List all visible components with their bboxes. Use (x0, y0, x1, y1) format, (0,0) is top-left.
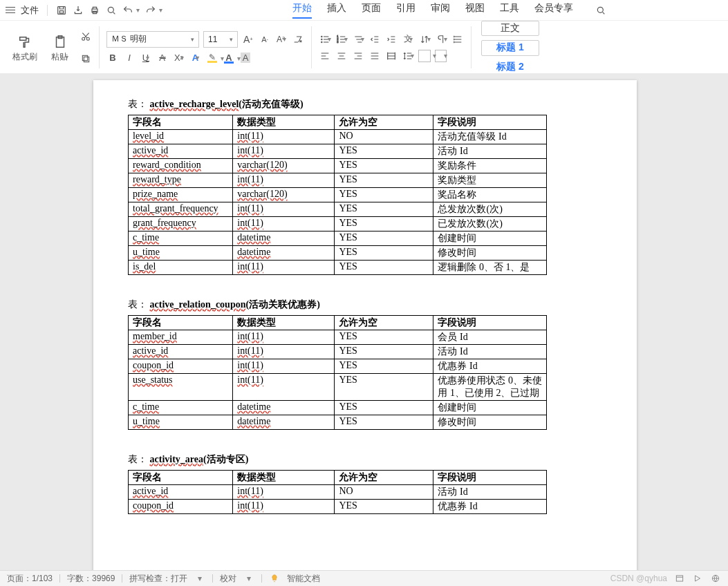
style-heading1[interactable]: 标题 1 (481, 40, 539, 55)
bulb-icon (269, 573, 280, 584)
align-left-icon[interactable] (319, 50, 331, 62)
asian-layout-icon[interactable]: 文▾ (402, 33, 414, 46)
table-row: reward_typeint(11)YES奖励类型 (129, 173, 547, 188)
table-cell: int(11) (233, 144, 335, 159)
undo-icon[interactable] (122, 5, 133, 16)
tab-vip[interactable]: 会员专享 (534, 2, 573, 19)
table-header: 允许为空 (335, 471, 433, 485)
text-effects-icon[interactable]: A▾ (189, 52, 202, 64)
web-icon[interactable] (710, 573, 721, 584)
underline-icon[interactable]: U▾ (140, 52, 152, 64)
table-cell: coupon_id (129, 500, 233, 514)
layout-icon[interactable] (674, 573, 685, 584)
tab-tools[interactable]: 工具 (500, 2, 519, 19)
tab-home[interactable]: 开始 (292, 2, 312, 19)
table-cell: total_grant_frequency (129, 202, 233, 217)
change-case-icon[interactable]: Aᵃ▾ (275, 33, 288, 46)
borders-icon[interactable]: ▾ (435, 50, 447, 62)
table-cell: use_status (129, 374, 233, 401)
cut-icon[interactable] (80, 30, 92, 43)
svg-point-13 (321, 39, 321, 39)
table-header: 允许为空 (335, 115, 433, 130)
table-cell: int(11) (233, 374, 335, 401)
format-painter-button[interactable]: 格式刷 (10, 32, 40, 63)
font-color-icon[interactable]: A▾ (223, 52, 235, 64)
view-icon[interactable] (692, 573, 703, 584)
svg-point-5 (597, 7, 603, 12)
shrink-font-icon[interactable]: A- (259, 33, 271, 46)
paste-button[interactable]: 粘贴▾ (48, 32, 71, 63)
sort-icon[interactable]: ▾ (418, 33, 431, 46)
tab-view[interactable]: 视图 (465, 2, 485, 19)
font-size-select[interactable]: 11▾ (203, 31, 238, 48)
show-marks-icon[interactable]: ▾ (435, 33, 447, 46)
char-shading-icon[interactable]: A (239, 52, 252, 64)
table-header: 允许为空 (335, 316, 433, 330)
status-spell[interactable]: 拼写检查：打开 (129, 573, 187, 585)
table-row: level_idint(11)NO活动充值等级 Id (129, 130, 547, 144)
style-heading2[interactable]: 标题 2 (482, 60, 539, 74)
bold-icon[interactable]: B (106, 52, 119, 64)
align-right-icon[interactable] (352, 50, 364, 62)
table-cell: 优惠券使用状态 0、未使用 1、已使用 2、已过期 (433, 374, 547, 401)
status-words[interactable]: 字数：39969 (67, 573, 115, 585)
shading-icon[interactable]: ▾ (418, 50, 431, 62)
line-spacing-icon[interactable]: ▾ (402, 50, 414, 62)
table-cell: 创建时间 (433, 231, 547, 246)
clear-format-icon[interactable] (292, 33, 304, 46)
file-menu[interactable]: 文件 (21, 4, 39, 17)
table-cell: int(11) (233, 261, 335, 275)
svg-marker-19 (696, 576, 700, 581)
table-cell: datetime (233, 246, 335, 261)
align-justify-icon[interactable] (368, 50, 381, 62)
table-cell: YES (335, 217, 433, 231)
italic-icon[interactable]: I (123, 52, 136, 64)
search-icon[interactable] (595, 5, 606, 16)
superscript-icon[interactable]: X2▾ (173, 52, 185, 64)
status-proof[interactable]: 校对 (220, 573, 236, 585)
distribute-icon[interactable] (385, 50, 398, 62)
multilevel-icon[interactable]: ▾ (352, 33, 364, 46)
table-cell: grant_frequency (129, 217, 233, 231)
document-area[interactable]: 表： active_recharge_level(活动充值等级)字段名数据类型允… (0, 73, 728, 571)
tab-review[interactable]: 审阅 (431, 2, 450, 19)
style-normal[interactable]: 正文 (481, 21, 539, 36)
table-cell: datetime (233, 401, 335, 415)
align-center-icon[interactable] (335, 50, 348, 62)
spell-dropdown-icon[interactable]: ▾ (194, 573, 205, 584)
table-cell: 修改时间 (433, 415, 547, 430)
highlight-color-icon[interactable]: ✎▾ (206, 52, 218, 64)
bullets-icon[interactable]: ▾ (319, 33, 331, 46)
print-icon[interactable] (89, 5, 100, 16)
tabs-icon[interactable] (451, 33, 464, 46)
preview-icon[interactable] (106, 5, 117, 16)
save-icon[interactable] (56, 5, 67, 16)
table-cell: YES (335, 415, 433, 430)
tab-page[interactable]: 页面 (362, 2, 381, 19)
table-cell: varchar(120) (233, 188, 335, 202)
numbering-icon[interactable]: 123▾ (335, 33, 348, 46)
undo-dropdown-icon[interactable]: ▾ (136, 6, 140, 14)
data-table: 字段名数据类型允许为空字段说明level_idint(11)NO活动充值等级 I… (128, 115, 547, 275)
strike-icon[interactable]: A▾ (156, 52, 169, 64)
hamburger-icon[interactable] (6, 6, 15, 15)
status-seg[interactable]: 智能文档 (287, 573, 320, 585)
table-cell: 活动 Id (433, 485, 547, 500)
copy-icon[interactable] (80, 53, 92, 65)
redo-icon[interactable] (145, 5, 156, 16)
table-cell: YES (335, 500, 433, 514)
table-cell: member_id (129, 330, 233, 345)
table-cell: YES (335, 159, 433, 173)
proof-dropdown-icon[interactable]: ▾ (243, 573, 254, 584)
decrease-indent-icon[interactable] (368, 33, 381, 46)
table-row: grant_frequencyint(11)YES已发放次数(次) (129, 217, 547, 231)
status-page[interactable]: 页面：1/103 (7, 573, 53, 585)
grow-font-icon[interactable]: A+ (242, 33, 254, 46)
font-name-select[interactable]: ＭＳ 明朝▾ (106, 31, 199, 48)
increase-indent-icon[interactable] (385, 33, 398, 46)
redo-dropdown-icon[interactable]: ▾ (159, 6, 162, 14)
table-cell: YES (335, 144, 433, 159)
tab-insert[interactable]: 插入 (327, 2, 346, 19)
tab-ref[interactable]: 引用 (396, 2, 416, 19)
export-icon[interactable] (73, 5, 84, 16)
